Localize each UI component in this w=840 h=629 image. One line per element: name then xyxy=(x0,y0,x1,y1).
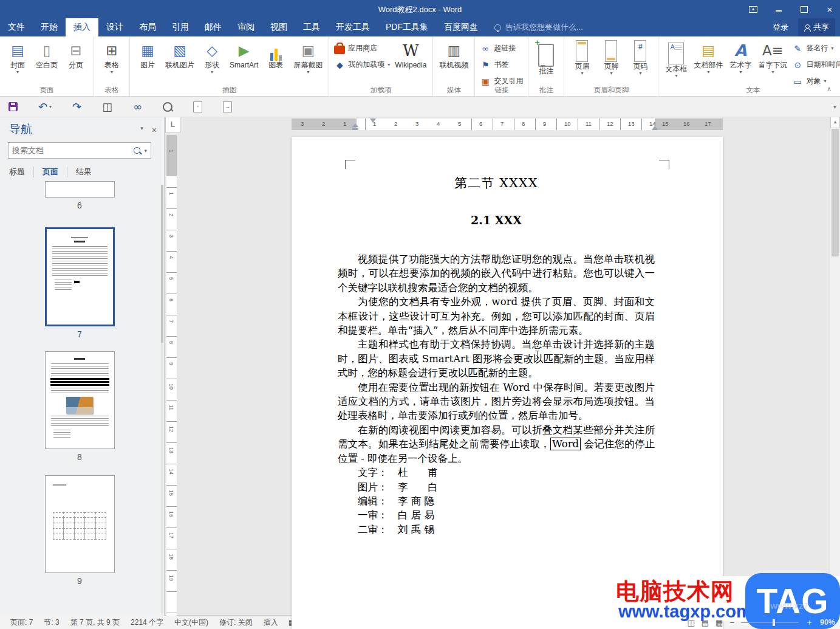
nav-dropdown-icon[interactable]: ▾ xyxy=(140,125,143,135)
store-button[interactable]: 应用商店 xyxy=(332,42,392,55)
document-content[interactable]: 第二节 XXXX 2.1 XXX 视频提供了功能强大的方法帮助您证明您的观点。当… xyxy=(338,174,655,537)
nav-scrollbar[interactable] xyxy=(161,185,163,613)
online-video-button[interactable]: ▥联机视频 xyxy=(436,38,471,69)
ribbon-display-options-icon[interactable]: ▴ xyxy=(749,5,757,13)
scroll-up-icon[interactable]: ▲ xyxy=(830,117,840,128)
vertical-ruler[interactable]: 112345678910111213141516171819 xyxy=(166,135,177,616)
scrollbar-thumb[interactable] xyxy=(831,129,839,256)
button-label: 空白页 xyxy=(36,61,58,69)
page-number-button[interactable]: 页码▾ xyxy=(626,38,655,76)
attach-icon: ◦ xyxy=(193,101,202,112)
page-thumbnail-9[interactable] xyxy=(45,475,115,573)
nav-tab-页面[interactable]: 页面 xyxy=(34,167,67,177)
login-button[interactable]: 登录 xyxy=(773,22,788,33)
collapse-ribbon-icon[interactable]: ∧ xyxy=(827,85,831,627)
web-link-button[interactable]: ∞ xyxy=(133,100,142,113)
tab-开发工具[interactable]: 开发工具 xyxy=(328,18,378,36)
zoom-level[interactable]: 90% xyxy=(820,618,835,627)
tab-百度网盘[interactable]: 百度网盘 xyxy=(436,18,486,36)
online-picture-button[interactable]: ▧联机图片 xyxy=(162,38,197,69)
attach-button[interactable]: ◦ xyxy=(193,101,202,112)
signature-line-button[interactable]: ✎签名行▾ xyxy=(790,42,840,55)
tab-插入[interactable]: 插入 xyxy=(66,18,98,36)
page-thumbnail-8[interactable] xyxy=(45,351,115,449)
print-layout-icon[interactable]: ▤ xyxy=(702,618,709,627)
search-dropdown-icon[interactable]: ▾ xyxy=(143,148,151,154)
chart-icon xyxy=(269,40,282,61)
picture-button[interactable]: ▦图片 xyxy=(133,38,162,69)
tab-引用[interactable]: 引用 xyxy=(164,18,197,36)
tab-邮件[interactable]: 邮件 xyxy=(197,18,230,36)
page-thumbnail-6[interactable] xyxy=(45,181,115,198)
tab-工具[interactable]: 工具 xyxy=(295,18,328,36)
tab-stop-selector[interactable]: L xyxy=(165,117,180,133)
blank-page-button[interactable]: ▯空白页 xyxy=(32,38,61,69)
hyperlink-button[interactable]: ∞超链接 xyxy=(478,42,525,55)
zoom-slider[interactable] xyxy=(741,622,799,623)
document-page[interactable]: 第二节 XXXX 2.1 XXX 视频提供了功能强大的方法帮助您证明您的观点。当… xyxy=(292,137,723,629)
my-addins-button[interactable]: ◆我的加载项▾ xyxy=(332,58,392,71)
redo-button[interactable]: ↷ xyxy=(72,100,81,113)
minimize-icon[interactable] xyxy=(774,5,783,13)
status-item[interactable]: 中文(中国) xyxy=(169,617,214,628)
tell-me-box[interactable]: 告诉我您想要做什么... xyxy=(494,18,583,36)
send-doc-button[interactable]: → xyxy=(223,101,232,112)
drop-cap-button[interactable]: A≡首字下沉▾ xyxy=(755,38,790,75)
tab-PDF工具集[interactable]: PDF工具集 xyxy=(378,18,436,36)
nav-close-icon[interactable]: × xyxy=(152,125,157,135)
chart-button[interactable]: 图表 xyxy=(261,38,290,69)
two-page-view-button[interactable]: ◫ xyxy=(102,100,112,113)
left-indent-marker[interactable] xyxy=(352,128,358,130)
search-icon[interactable] xyxy=(134,147,140,154)
header-button[interactable]: 页眉▾ xyxy=(567,38,596,76)
web-layout-icon[interactable]: ▦ xyxy=(715,618,723,627)
share-button[interactable]: 共享 xyxy=(798,18,835,36)
read-mode-icon[interactable]: ◫ xyxy=(687,618,694,627)
quick-parts-button[interactable]: ▤文档部件▾ xyxy=(691,38,726,75)
nav-tab-标题[interactable]: 标题 xyxy=(8,167,34,177)
table-button[interactable]: ⊞表格▾ xyxy=(97,38,126,75)
shapes-button[interactable]: ◇形状▾ xyxy=(197,38,227,75)
tab-布局[interactable]: 布局 xyxy=(131,18,164,36)
ruler-number: 7 xyxy=(500,120,504,127)
document-search-box[interactable]: ▾ xyxy=(8,142,151,159)
page-break-button[interactable]: ⊟分页 xyxy=(61,38,90,69)
wikipedia-button[interactable]: WWikipedia xyxy=(392,38,429,69)
search-input[interactable] xyxy=(9,146,134,155)
date-time-button[interactable]: ⊙日期和时间 xyxy=(790,58,840,71)
status-item[interactable]: 第 7 页, 共 9 页 xyxy=(65,617,125,628)
status-item[interactable]: 修订: 关闭 xyxy=(214,617,258,628)
zoom-slider-thumb[interactable] xyxy=(773,619,775,626)
qat-more-icon[interactable]: ▾ xyxy=(833,103,840,110)
page-thumbnail-7[interactable] xyxy=(45,227,115,326)
zoom-in-icon[interactable]: ＋ xyxy=(805,617,813,628)
smartart-button[interactable]: ▶SmartArt xyxy=(227,38,261,69)
tab-审阅[interactable]: 审阅 xyxy=(230,18,262,36)
hanging-indent-marker[interactable] xyxy=(352,123,358,127)
cover-page-button[interactable]: ▤封面▾ xyxy=(3,38,32,75)
textbox-button[interactable]: 文本框▾ xyxy=(661,38,691,78)
footer-button[interactable]: 页脚▾ xyxy=(596,38,626,76)
status-item[interactable]: 2214 个字 xyxy=(125,617,169,628)
tab-设计[interactable]: 设计 xyxy=(98,18,131,36)
zoom-out-icon[interactable]: − xyxy=(729,618,734,627)
wordart-button[interactable]: A艺术字▾ xyxy=(726,38,755,75)
undo-button[interactable]: ↶▾ xyxy=(38,100,52,113)
horizontal-ruler[interactable]: 3211234567891011121314151617 xyxy=(292,119,723,130)
ruler-number: 6 xyxy=(168,298,174,304)
print-preview-button[interactable] xyxy=(163,102,172,112)
comment-button[interactable]: 批注 xyxy=(531,38,561,75)
bookmark-button[interactable]: ⚑书签 xyxy=(478,58,525,71)
status-item[interactable]: 节: 3 xyxy=(38,617,64,628)
tab-视图[interactable]: 视图 xyxy=(262,18,295,36)
nav-tab-结果[interactable]: 结果 xyxy=(67,167,100,177)
bookmark-icon: ⚑ xyxy=(480,60,491,70)
close-icon[interactable]: × xyxy=(825,5,834,13)
status-item[interactable]: 页面: 7 xyxy=(5,617,38,628)
maximize-icon[interactable] xyxy=(800,5,808,13)
save-button[interactable] xyxy=(9,102,18,111)
screenshot-button[interactable]: ▣屏幕截图▾ xyxy=(290,38,326,75)
status-item[interactable]: 插入 xyxy=(258,617,284,628)
tab-文件[interactable]: 文件 xyxy=(0,18,33,36)
tab-开始[interactable]: 开始 xyxy=(33,18,66,36)
